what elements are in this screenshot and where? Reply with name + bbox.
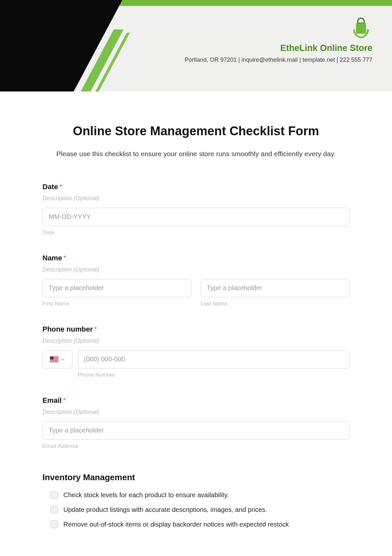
- checklist-item: Check stock levels for each product to e…: [42, 490, 350, 500]
- chevron-down-icon: [60, 357, 65, 362]
- svg-rect-8: [50, 356, 54, 360]
- form-subtitle: Please use this checklist to ensure your…: [42, 148, 350, 160]
- required-asterisk: *: [63, 396, 66, 404]
- name-description: Description (Optional): [42, 266, 350, 273]
- checklist-text: Update product listings with accurate de…: [63, 505, 267, 515]
- logo-wrap: [185, 16, 372, 39]
- phone-description: Description (Optional): [42, 337, 350, 344]
- first-name-input[interactable]: [42, 279, 191, 297]
- field-group-date: Date* Description (Optional) Date: [42, 183, 350, 236]
- email-label: Email*: [42, 396, 350, 405]
- required-asterisk: *: [94, 325, 97, 333]
- name-label-text: Name: [42, 254, 62, 262]
- field-group-email: Email* Description (Optional) Email Addr…: [42, 396, 350, 450]
- decor-black-strip: [0, 73, 39, 78]
- name-label: Name*: [42, 254, 350, 262]
- required-asterisk: *: [59, 183, 62, 191]
- header-info: EtheLink Online Store Portland, OR 97201…: [185, 16, 372, 63]
- svg-rect-7: [50, 361, 58, 362]
- phone-sublabel: Phone Number: [78, 372, 350, 378]
- svg-rect-5: [50, 359, 58, 360]
- shopping-bag-logo-icon: [350, 16, 372, 39]
- email-sublabel: Email Address: [42, 443, 350, 450]
- last-name-sublabel: Last Name: [201, 301, 350, 307]
- field-group-name: Name* Description (Optional) First Name …: [42, 254, 350, 307]
- checkbox[interactable]: [50, 520, 58, 528]
- date-description: Description (Optional): [42, 195, 350, 202]
- email-description: Description (Optional): [42, 409, 350, 416]
- checklist-item: Update product listings with accurate de…: [42, 505, 350, 515]
- checkbox[interactable]: [50, 506, 58, 514]
- store-name: EtheLink Online Store: [185, 43, 372, 53]
- checklist-text: Remove out-of-stock items or display bac…: [63, 520, 289, 529]
- date-label-text: Date: [42, 183, 58, 191]
- date-label: Date*: [42, 183, 350, 191]
- form-content: Online Store Management Checklist Form P…: [0, 91, 392, 548]
- date-input[interactable]: [42, 208, 350, 226]
- inventory-heading: Inventory Management: [42, 472, 350, 482]
- form-title: Online Store Management Checklist Form: [42, 124, 350, 138]
- checkbox[interactable]: [50, 491, 58, 499]
- us-flag-icon: [50, 356, 58, 362]
- last-name-input[interactable]: [201, 279, 350, 297]
- country-code-select[interactable]: [42, 350, 73, 368]
- date-sublabel: Date: [42, 229, 350, 236]
- store-info-line: Portland, OR 97201 | inquire@ethelink.ma…: [185, 57, 372, 63]
- checklist-item: Remove out-of-stock items or display bac…: [42, 520, 350, 529]
- field-group-phone: Phone number* Description (Optional) Pho…: [42, 325, 350, 378]
- header-banner: EtheLink Online Store Portland, OR 97201…: [0, 0, 392, 91]
- required-asterisk: *: [63, 254, 66, 262]
- checklist-text: Check stock levels for each product to e…: [63, 490, 229, 500]
- phone-label-text: Phone number: [42, 325, 93, 333]
- phone-label: Phone number*: [42, 325, 350, 334]
- svg-rect-0: [356, 23, 366, 34]
- phone-input[interactable]: [78, 350, 350, 368]
- email-label-text: Email: [42, 396, 62, 404]
- svg-rect-6: [50, 360, 58, 361]
- first-name-sublabel: First Name: [42, 301, 191, 307]
- email-input[interactable]: [42, 421, 350, 440]
